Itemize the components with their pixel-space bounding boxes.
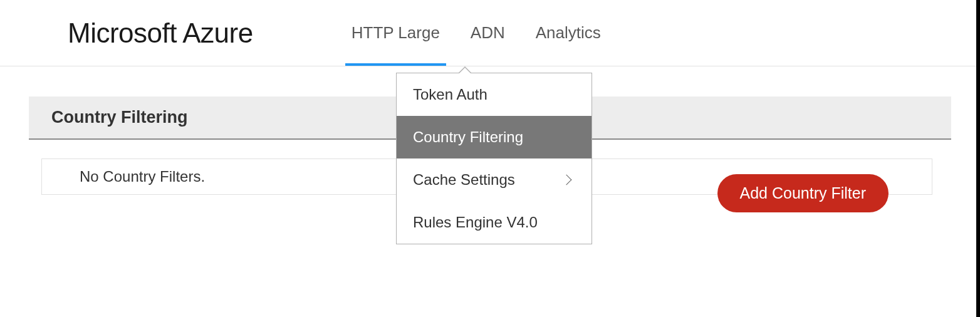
header: Microsoft Azure HTTP Large ADN Analytics (0, 0, 980, 66)
dropdown-item-token-auth[interactable]: Token Auth (397, 73, 592, 116)
tab-http-large[interactable]: HTTP Large (350, 0, 441, 66)
tab-adn[interactable]: ADN (469, 0, 506, 66)
right-border (976, 0, 980, 317)
dropdown-item-rules-engine[interactable]: Rules Engine V4.0 (397, 201, 592, 244)
dropdown-item-cache-settings[interactable]: Cache Settings (397, 158, 592, 201)
dropdown-menu: Token Auth Country Filtering Cache Setti… (396, 73, 592, 244)
dropdown-item-label: Token Auth (413, 86, 487, 103)
dropdown-item-country-filtering[interactable]: Country Filtering (397, 116, 592, 158)
chevron-right-icon (561, 175, 572, 185)
nav-tabs: HTTP Large ADN Analytics (350, 0, 602, 66)
dropdown-item-label: Cache Settings (413, 171, 515, 189)
add-country-filter-button[interactable]: Add Country Filter (717, 174, 889, 212)
azure-logo: Microsoft Azure (68, 18, 253, 49)
dropdown-item-label: Rules Engine V4.0 (413, 214, 538, 231)
tab-analytics[interactable]: Analytics (534, 0, 602, 66)
dropdown-item-label: Country Filtering (413, 128, 523, 146)
